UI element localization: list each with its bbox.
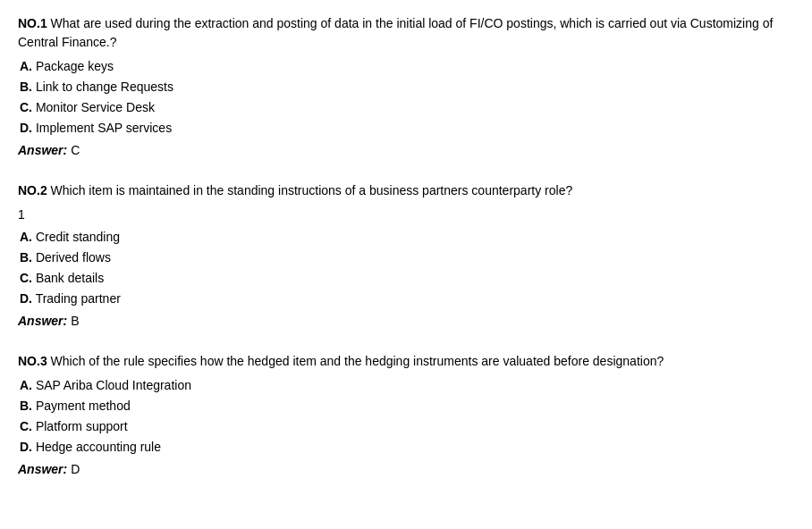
question-1-answer: Answer: C [18,141,794,160]
question-2-option-d: D. Trading partner [18,290,794,308]
question-2-option-a-text: Credit standing [36,230,120,244]
question-3-body: Which of the rule specifies how the hedg… [51,354,664,368]
question-3-answer-letter: D [71,462,80,476]
question-1-answer-letter: C [71,143,80,157]
question-1-text: NO.1 What are used during the extraction… [18,14,794,52]
question-1-number: NO.1 [18,16,47,30]
question-1-option-c: C. Monitor Service Desk [18,98,794,117]
question-3-option-d: D. Hedge accounting rule [18,438,794,457]
question-2-number: NO.2 [18,183,47,197]
question-2-answer: Answer: B [18,312,794,331]
question-1-option-a: A. Package keys [18,57,794,76]
question-1-option-b: B. Link to change Requests [18,78,794,97]
question-1-option-c-text: Monitor Service Desk [36,100,155,114]
question-3-option-a-text: SAP Ariba Cloud Integration [36,378,191,392]
question-2-option-a: A. Credit standing [18,228,794,247]
question-1-body: What are used during the extraction and … [18,16,773,49]
question-3-number: NO.3 [18,354,47,368]
question-2-option-c-text: Bank details [36,271,104,285]
question-3-option-a: A. SAP Ariba Cloud Integration [18,376,794,395]
question-2-option-b-text: Derived flows [36,250,111,264]
question-3-option-b: B. Payment method [18,397,794,416]
question-1-option-b-text: Link to change Requests [36,80,173,94]
question-3-option-b-text: Payment method [36,399,131,413]
question-3-answer: Answer: D [18,460,794,479]
question-1: NO.1 What are used during the extraction… [18,14,794,160]
question-1-option-d-text: Implement SAP services [36,121,172,135]
question-1-option-d: D. Implement SAP services [18,119,794,138]
question-2-sub-number: 1 [18,206,794,224]
question-2-option-b: B. Derived flows [18,248,794,267]
question-2: NO.2 Which item is maintained in the sta… [18,181,794,331]
question-3: NO.3 Which of the rule specifies how the… [18,352,794,479]
question-3-option-c-text: Platform support [36,419,128,433]
question-1-option-a-text: Package keys [36,59,114,73]
question-2-option-d-text: Trading partner [36,291,121,306]
questions-container: NO.1 What are used during the extraction… [18,14,794,479]
question-2-body: Which item is maintained in the standing… [51,183,573,197]
question-3-text: NO.3 Which of the rule specifies how the… [18,352,794,371]
question-2-text: NO.2 Which item is maintained in the sta… [18,181,794,200]
question-3-option-c: C. Platform support [18,417,794,436]
question-2-option-c: C. Bank details [18,269,794,288]
question-3-option-d-text: Hedge accounting rule [36,440,161,454]
question-2-answer-letter: B [71,314,79,328]
